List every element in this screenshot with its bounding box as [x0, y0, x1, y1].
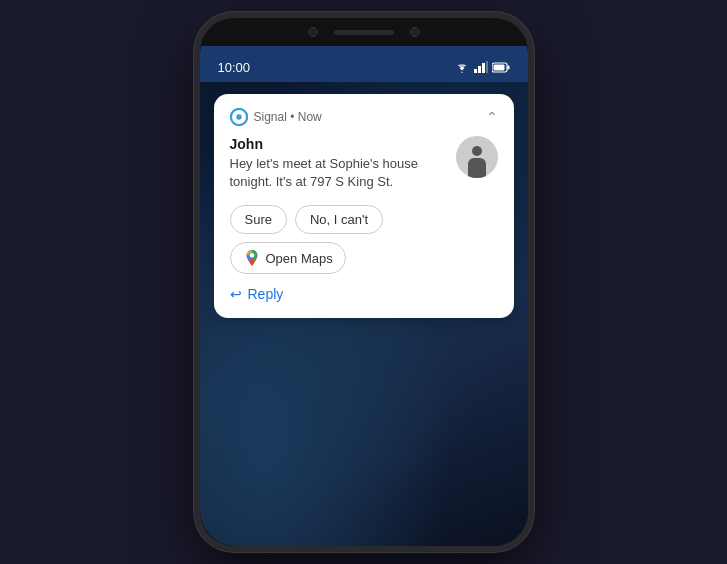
- wifi-icon: [454, 61, 470, 73]
- camera-bar: [200, 18, 528, 46]
- action-buttons: Sure No, I can't Open Maps: [230, 205, 498, 274]
- speaker: [334, 30, 394, 35]
- sure-button[interactable]: Sure: [230, 205, 287, 234]
- collapse-button[interactable]: ⌃: [486, 109, 498, 125]
- sender-name: John: [230, 136, 444, 152]
- notification-header: Signal • Now ⌃: [230, 108, 498, 126]
- reply-button[interactable]: ↩ Reply: [230, 286, 498, 302]
- reply-label: Reply: [248, 286, 284, 302]
- svg-rect-1: [478, 66, 481, 73]
- svg-rect-0: [474, 69, 477, 73]
- notification-card: Signal • Now ⌃ John Hey let's meet at So…: [214, 94, 514, 318]
- contact-avatar: [456, 136, 498, 178]
- avatar-body: [468, 158, 486, 178]
- sensor: [410, 27, 420, 37]
- open-maps-button[interactable]: Open Maps: [230, 242, 346, 274]
- svg-rect-2: [482, 63, 485, 73]
- status-time: 10:00: [218, 60, 251, 75]
- app-info: Signal • Now: [230, 108, 322, 126]
- avatar-silhouette: [468, 146, 486, 178]
- app-name-timestamp: Signal • Now: [254, 110, 322, 124]
- phone-shell: 10:00: [194, 12, 534, 552]
- notification-body: John Hey let's meet at Sophie's house to…: [230, 136, 498, 191]
- status-bar: 10:00: [200, 46, 528, 82]
- front-camera: [308, 27, 318, 37]
- signal-app-icon: [230, 108, 248, 126]
- svg-point-8: [236, 114, 241, 119]
- signal-icon: [474, 61, 488, 73]
- avatar-head: [472, 146, 482, 156]
- battery-icon: [492, 62, 510, 73]
- svg-rect-5: [507, 65, 509, 69]
- status-icons: [454, 61, 510, 73]
- message-content: Hey let's meet at Sophie's house tonight…: [230, 155, 444, 191]
- svg-rect-6: [493, 64, 504, 70]
- maps-icon: [243, 249, 261, 267]
- no-button[interactable]: No, I can't: [295, 205, 383, 234]
- notification-text: John Hey let's meet at Sophie's house to…: [230, 136, 444, 191]
- svg-point-9: [249, 253, 254, 257]
- phone-screen: 10:00: [200, 18, 528, 546]
- reply-icon: ↩: [230, 286, 242, 302]
- svg-rect-3: [486, 61, 488, 73]
